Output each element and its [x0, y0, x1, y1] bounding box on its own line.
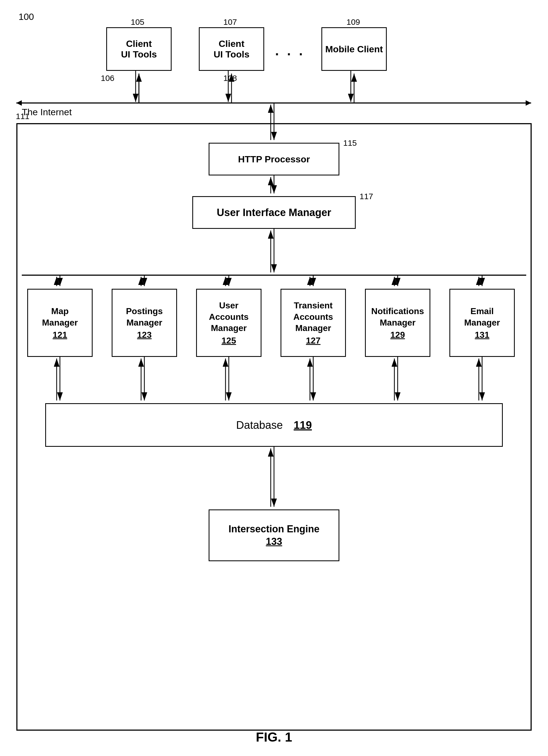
transient-accounts-manager-box: TransientAccountsManager 127	[281, 289, 346, 357]
email-manager-name: EmailManager	[464, 306, 500, 328]
ref-105-label: 105	[131, 17, 144, 27]
http-box: HTTP Processor	[209, 143, 339, 175]
user-accounts-manager-num: 125	[221, 336, 236, 346]
notifications-manager-box: NotificationsManager 129	[365, 289, 430, 357]
svg-marker-5	[16, 100, 22, 106]
mobile-box: Mobile Client	[321, 27, 387, 71]
ellipsis: · · ·	[275, 46, 305, 62]
svg-marker-6	[526, 100, 531, 106]
user-accounts-manager-box: UserAccountsManager 125	[196, 289, 261, 357]
http-label: HTTP Processor	[238, 154, 310, 165]
ref-111-label: 111	[16, 112, 29, 121]
ref-117-label: 117	[360, 192, 373, 201]
ref-109-label: 109	[346, 17, 360, 27]
client2-label: Client UI Tools	[214, 38, 249, 60]
uim-label: User Interface Manager	[217, 207, 331, 218]
transient-accounts-manager-name: TransientAccountsManager	[293, 300, 333, 334]
email-manager-num: 131	[475, 330, 489, 340]
ref-115-label: 115	[343, 138, 357, 148]
notifications-manager-num: 129	[390, 330, 405, 340]
client1-box: Client UI Tools	[106, 27, 172, 71]
intersection-engine-name: Intersection Engine	[229, 523, 319, 535]
postings-manager-name: PostingsManager	[126, 306, 163, 328]
map-manager-box: MapManager 121	[27, 289, 93, 357]
database-num: 119	[294, 419, 312, 431]
email-manager-box: EmailManager 131	[449, 289, 515, 357]
intersection-engine-box: Intersection Engine 133	[209, 509, 339, 561]
map-manager-num: 121	[53, 330, 67, 340]
database-box: Database 119	[45, 403, 503, 447]
uim-box: User Interface Manager	[192, 196, 356, 229]
client2-box: Client UI Tools	[199, 27, 264, 71]
postings-manager-box: PostingsManager 123	[112, 289, 177, 357]
postings-manager-num: 123	[137, 330, 151, 340]
figure-label: FIG. 1	[256, 730, 292, 745]
ref-106-label: 106	[101, 74, 114, 83]
client1-label: Client UI Tools	[121, 38, 157, 60]
ref-100-label: 100	[19, 11, 34, 22]
ref-108-label: 108	[223, 74, 237, 83]
ref-107-label: 107	[223, 17, 237, 27]
map-manager-name: MapManager	[42, 306, 78, 328]
user-accounts-manager-name: UserAccountsManager	[209, 300, 249, 334]
transient-accounts-manager-num: 127	[306, 336, 320, 346]
intersection-engine-num: 133	[266, 536, 282, 547]
diagram: 100 105 107 109 106 108 Client UI Tools …	[0, 0, 548, 756]
database-label: Database	[236, 419, 283, 431]
notifications-manager-name: NotificationsManager	[371, 306, 424, 328]
mobile-label: Mobile Client	[325, 44, 383, 54]
